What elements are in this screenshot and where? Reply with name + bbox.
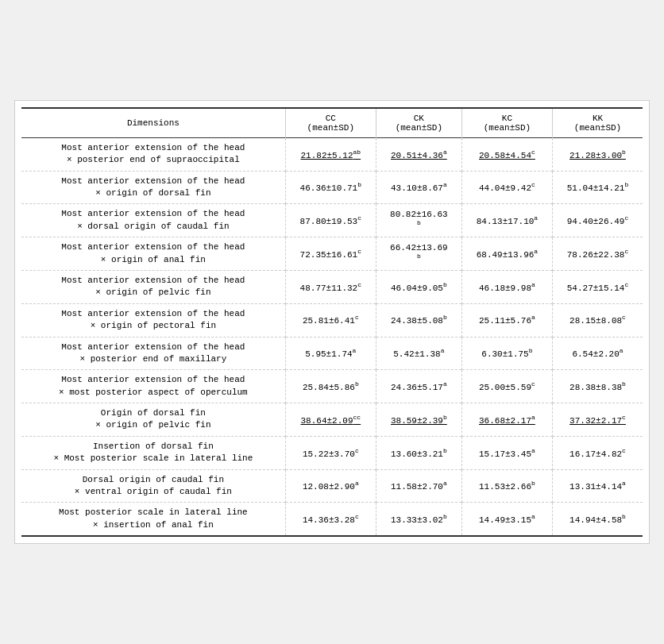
table-row: Most anterior extension of the head× dor…	[21, 204, 643, 237]
cell-kc: 36.68±2.17a	[461, 403, 552, 437]
cell-ck: 66.42±13.69b	[376, 237, 461, 271]
cell-kc: 6.30±1.75b	[461, 337, 552, 370]
table-row: Dorsal origin of caudal fin× ventral ori…	[21, 469, 643, 503]
cell-kk: 14.94±4.58b	[552, 503, 643, 536]
cell-ck: 5.42±1.38a	[376, 337, 461, 370]
table-row: Most anterior extension of the head× pos…	[21, 137, 643, 171]
cell-ck: 11.58±2.70a	[376, 469, 461, 503]
cell-ck: 20.51±4.36a	[376, 137, 461, 171]
cell-cc: 5.95±1.74a	[285, 337, 376, 370]
cell-kk: 51.04±14.21b	[552, 171, 643, 204]
cell-cc: 46.36±10.71b	[285, 171, 376, 204]
header-kc: KC (mean±SD)	[461, 108, 552, 138]
table-row: Most anterior extension of the head× mos…	[21, 370, 643, 403]
cell-cc: 72.35±16.61c	[285, 237, 376, 271]
header-ck: CK (mean±SD)	[376, 108, 461, 138]
cell-cc: 87.80±19.53c	[285, 204, 376, 237]
cell-kk: 28.15±8.08c	[552, 303, 643, 337]
dimension-cell: Most anterior extension of the head× mos…	[21, 370, 285, 403]
dimension-cell: Dorsal origin of caudal fin× ventral ori…	[21, 469, 285, 503]
cell-ck: 24.36±5.17a	[376, 370, 461, 403]
cell-cc: 25.84±5.86b	[285, 370, 376, 403]
cell-kc: 84.13±17.10a	[461, 204, 552, 237]
table-row: Most anterior extension of the head× pos…	[21, 337, 643, 370]
cell-ck: 43.10±8.67a	[376, 171, 461, 204]
cell-kk: 28.38±8.38b	[552, 370, 643, 403]
cell-cc: 48.77±11.32c	[285, 270, 376, 303]
cell-kc: 20.58±4.54c	[461, 137, 552, 171]
table-row: Most anterior extension of the head× ori…	[21, 270, 643, 303]
table-row: Origin of dorsal fin× origin of pelvic f…	[21, 403, 643, 437]
cell-ck: 13.33±3.02b	[376, 503, 461, 536]
cell-cc: 14.36±3.28c	[285, 503, 376, 536]
dimension-cell: Most posterior scale in lateral line× in…	[21, 503, 285, 536]
cell-kk: 6.54±2.20a	[552, 337, 643, 370]
dimension-cell: Most anterior extension of the head× dor…	[21, 204, 285, 237]
cell-ck: 24.38±5.08b	[376, 303, 461, 337]
cell-kc: 11.53±2.66b	[461, 469, 552, 503]
dimension-cell: Insertion of dorsal fin× Most posterior …	[21, 436, 285, 469]
cell-ck: 46.04±9.05b	[376, 270, 461, 303]
cell-kc: 15.17±3.45a	[461, 436, 552, 469]
cell-cc: 12.08±2.90a	[285, 469, 376, 503]
cell-cc: 21.82±5.12ab	[285, 137, 376, 171]
cell-kc: 44.04±9.42c	[461, 171, 552, 204]
cell-kk: 13.31±4.14a	[552, 469, 643, 503]
header-cc: CC (mean±SD)	[285, 108, 376, 138]
cell-kk: 16.17±4.82c	[552, 436, 643, 469]
dimension-cell: Most anterior extension of the head× ori…	[21, 270, 285, 303]
cell-kk: 21.28±3.00b	[552, 137, 643, 171]
dimension-cell: Most anterior extension of the head× ori…	[21, 303, 285, 337]
cell-kc: 14.49±3.15a	[461, 503, 552, 536]
table-row: Most posterior scale in lateral line× in…	[21, 503, 643, 536]
header-dimensions: Dimensions	[21, 108, 285, 138]
cell-kc: 68.49±13.96a	[461, 237, 552, 271]
cell-kk: 94.40±26.49c	[552, 204, 643, 237]
cell-kc: 25.11±5.76a	[461, 303, 552, 337]
cell-kc: 25.00±5.59c	[461, 370, 552, 403]
table-row: Insertion of dorsal fin× Most posterior …	[21, 436, 643, 469]
cell-ck: 80.82±16.63b	[376, 204, 461, 237]
cell-ck: 13.60±3.21b	[376, 436, 461, 469]
table-row: Most anterior extension of the head× ori…	[21, 171, 643, 204]
cell-kk: 37.32±2.17c	[552, 403, 643, 437]
cell-kc: 46.18±9.98a	[461, 270, 552, 303]
header-kk: KK (mean±SD)	[552, 108, 643, 138]
dimension-cell: Most anterior extension of the head× pos…	[21, 337, 285, 370]
dimension-cell: Most anterior extension of the head× ori…	[21, 171, 285, 204]
table-row: Most anterior extension of the head× ori…	[21, 303, 643, 337]
cell-ck: 38.59±2.39b	[376, 403, 461, 437]
dimension-cell: Most anterior extension of the head× ori…	[21, 237, 285, 271]
data-table: Dimensions CC (mean±SD) CK (mean±SD) KC …	[21, 107, 643, 537]
table-container: Dimensions CC (mean±SD) CK (mean±SD) KC …	[14, 100, 650, 544]
table-row: Most anterior extension of the head× ori…	[21, 237, 643, 271]
cell-kk: 54.27±15.14c	[552, 270, 643, 303]
dimension-cell: Most anterior extension of the head× pos…	[21, 137, 285, 171]
cell-cc: 15.22±3.70c	[285, 436, 376, 469]
cell-cc: 38.64±2.09cc	[285, 403, 376, 437]
dimension-cell: Origin of dorsal fin× origin of pelvic f…	[21, 403, 285, 437]
cell-kk: 78.26±22.38c	[552, 237, 643, 271]
cell-cc: 25.81±6.41c	[285, 303, 376, 337]
